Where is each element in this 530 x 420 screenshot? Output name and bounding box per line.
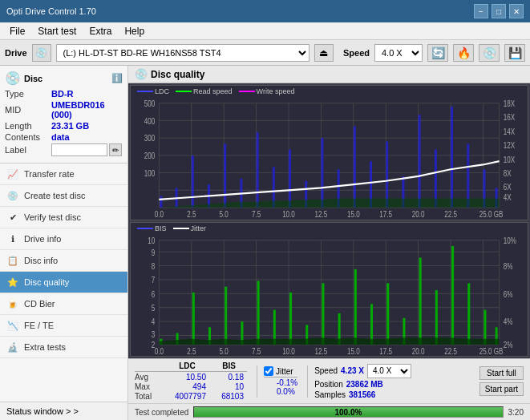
start-part-button[interactable]: Start part [479,382,524,396]
svg-text:15.0: 15.0 [347,208,360,219]
svg-rect-45 [354,127,356,208]
disc-quality-header-icon: 💿 [135,68,148,80]
svg-text:7.5: 7.5 [252,208,261,219]
verify-test-disc-icon: ✔ [6,211,19,224]
sidebar-item-fe-te[interactable]: 📉 FE / TE [0,315,127,337]
svg-text:2.5: 2.5 [187,208,196,219]
speed-label: Speed [343,48,370,58]
svg-rect-109 [257,281,260,345]
svg-text:20.0: 20.0 [412,208,425,219]
svg-text:7: 7 [152,274,156,285]
maximize-button[interactable]: □ [492,4,506,18]
disc-type-value: BD-R [51,89,74,99]
svg-text:400: 400 [144,115,156,126]
sidebar-item-create-test-disc-label: Create test disc [24,191,85,200]
svg-text:4X: 4X [504,192,512,203]
disc-icon-button[interactable]: 💿 [479,44,500,62]
svg-rect-116 [370,304,373,345]
sidebar-item-disc-info[interactable]: 📋 Disc info [0,250,127,272]
svg-rect-41 [289,150,291,208]
jitter-checkbox[interactable] [264,366,273,376]
stats-total-row: Total 4007797 68103 [135,392,247,401]
close-button[interactable]: ✕ [509,4,524,18]
menu-start-test[interactable]: Start test [31,24,83,38]
svg-rect-49 [419,115,421,208]
svg-rect-122 [467,283,470,345]
svg-rect-107 [225,286,227,344]
label-edit-button[interactable]: ✏ [109,143,122,156]
sidebar-item-transfer-rate-label: Transfer rate [24,169,75,179]
burn-button[interactable]: 🔥 [453,44,474,62]
transfer-rate-icon: 📈 [6,168,19,180]
svg-text:9: 9 [152,247,156,257]
svg-text:2%: 2% [504,339,513,349]
jitter-stats: Jitter -0.1% 0.0% [264,366,297,396]
svg-text:8%: 8% [504,260,513,271]
menu-extra[interactable]: Extra [83,24,118,38]
sidebar-item-cd-bier[interactable]: 🍺 CD Bier [0,293,127,315]
disc-header-text: Disc [24,74,42,83]
bis-label: BIS [155,224,167,232]
sidebar-item-drive-info[interactable]: ℹ Drive info [0,228,127,250]
disc-length-value: 23.31 GB [51,121,89,131]
extra-tests-icon: 🔬 [6,341,19,353]
disc-info-nav-icon: 📋 [6,254,19,267]
ldc-color [137,91,153,92]
svg-rect-47 [386,141,388,208]
jitter-color [173,228,189,229]
svg-text:5.0: 5.0 [220,208,229,219]
disc-info-icon[interactable]: ℹ️ [111,73,123,83]
svg-text:17.5: 17.5 [379,345,392,356]
svg-rect-105 [192,292,195,344]
svg-rect-117 [386,283,389,345]
svg-text:15.0: 15.0 [347,345,360,356]
refresh-button[interactable]: 🔄 [427,44,448,62]
speed-select2[interactable]: 4.0 X [367,364,411,378]
save-button[interactable]: 💾 [504,44,525,62]
sidebar-item-extra-tests[interactable]: 🔬 Extra tests [0,337,127,358]
start-full-button[interactable]: Start full [479,366,524,380]
samples-label: Samples [314,390,346,399]
menu-file[interactable]: File [3,24,31,38]
menu-help[interactable]: Help [118,24,151,38]
svg-rect-43 [321,138,323,208]
sidebar-item-verify-test-disc[interactable]: ✔ Verify test disc [0,207,127,228]
svg-text:3: 3 [152,329,156,339]
svg-text:4%: 4% [504,316,513,326]
disc-header: 💿 Disc ℹ️ [5,71,123,86]
svg-text:22.5: 22.5 [444,208,457,219]
bottom-panel: LDC BIS Avg 10.50 0.18 Max 494 10 Tota [128,358,530,420]
write-speed-color [239,91,255,92]
disc-mid-label: MID [5,105,51,115]
sidebar-item-create-test-disc[interactable]: 💿 Create test disc [0,185,127,207]
svg-text:20.0: 20.0 [412,345,425,356]
minimize-button[interactable]: − [474,4,488,18]
read-speed-label: Read speed [193,87,233,95]
disc-quality-title: Disc quality [151,69,204,80]
disc-label-input[interactable] [51,143,107,156]
svg-text:500: 500 [144,99,156,109]
svg-text:100: 100 [144,168,156,178]
total-ldc: 4007797 [165,392,209,401]
position-row: Position 23862 MB [314,380,411,389]
speed-select[interactable]: 4.0 X [374,44,423,62]
disc-length-label: Length [5,121,51,131]
max-label: Max [135,382,164,391]
drive-select[interactable]: (L:) HL-DT-ST BD-RE WH16NS58 TST4 [56,44,310,62]
status-window-button[interactable]: Status window > > [0,402,127,420]
create-test-disc-icon: 💿 [6,189,19,202]
total-bis: 68103 [211,392,247,401]
svg-text:22.5: 22.5 [444,345,457,356]
sidebar-item-disc-quality[interactable]: ⭐ Disc quality [0,272,127,293]
svg-text:14X: 14X [504,126,516,136]
ldc-label: LDC [155,87,169,95]
position-value: 23862 MB [346,380,383,389]
svg-text:300: 300 [144,133,156,143]
speed-section: Speed 4.23 X 4.0 X Position 23862 MB Sam… [314,364,411,399]
bis-legend: BIS Jitter [137,224,206,232]
disc-contents-value: data [51,132,70,142]
svg-text:17.5: 17.5 [379,208,392,219]
drive-icon-button[interactable]: 💿 [32,44,51,62]
eject-button[interactable]: ⏏ [314,44,334,62]
sidebar-item-transfer-rate[interactable]: 📈 Transfer rate [0,164,127,185]
